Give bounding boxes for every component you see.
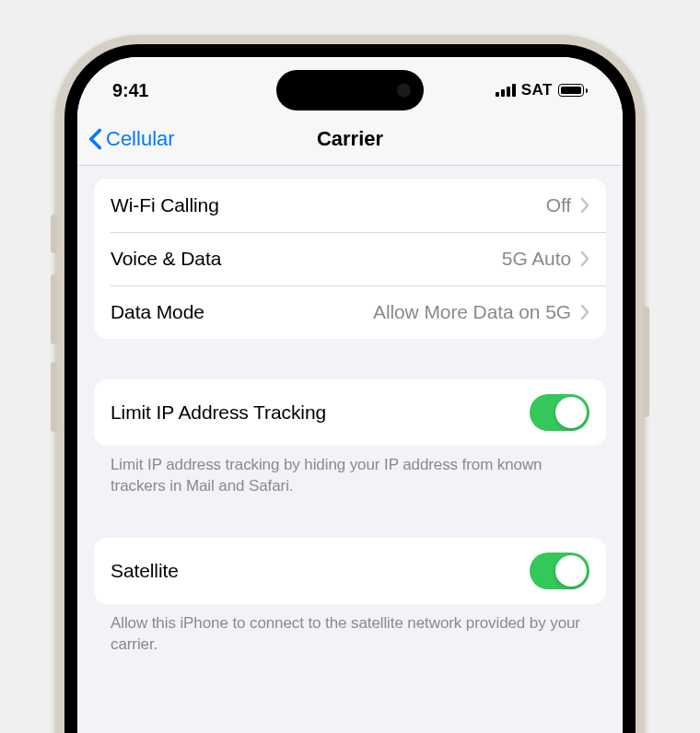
content: Wi-Fi Calling Off Voice & Data 5G Auto [77,179,623,656]
volume-up-button [51,274,57,344]
satellite-toggle[interactable] [530,553,589,589]
status-bar: 9:41 SAT [77,57,623,112]
screen: 9:41 SAT [77,57,623,733]
page-title: Carrier [317,127,383,151]
limit-ip-tracking-row: Limit IP Address Tracking [94,379,606,446]
settings-group-satellite: Satellite [94,538,606,604]
row-value: Allow More Data on 5G [373,301,571,323]
row-label: Voice & Data [111,248,502,270]
power-button [643,307,649,417]
chevron-right-icon [580,304,589,320]
chevron-left-icon [88,128,102,150]
data-mode-row[interactable]: Data Mode Allow More Data on 5G [94,285,606,339]
satellite-footer: Allow this iPhone to connect to the sate… [94,604,606,656]
limit-ip-footer: Limit IP address tracking by hiding your… [94,446,606,497]
row-value: Off [546,194,571,216]
row-label: Wi-Fi Calling [111,194,546,216]
chevron-right-icon [580,250,589,267]
network-type-label: SAT [521,81,553,99]
settings-group-cellular: Wi-Fi Calling Off Voice & Data 5G Auto [94,179,606,339]
back-button[interactable]: Cellular [88,127,175,151]
row-label: Limit IP Address Tracking [111,401,530,424]
toggle-knob [555,397,587,428]
chevron-right-icon [580,197,589,214]
phone-frame: 9:41 SAT [55,35,645,733]
cellular-signal-icon [496,84,516,97]
dynamic-island [276,70,424,111]
navigation-bar: Cellular Carrier [77,112,623,166]
toggle-knob [555,555,587,587]
row-value: 5G Auto [502,248,571,270]
status-right: SAT [459,81,588,99]
satellite-row: Satellite [94,538,606,604]
row-label: Data Mode [111,301,373,323]
voice-data-row[interactable]: Voice & Data 5G Auto [94,232,606,285]
row-label: Satellite [111,560,530,582]
volume-down-button [51,362,57,432]
status-time: 9:41 [112,80,223,101]
back-label: Cellular [106,127,175,151]
wifi-calling-row[interactable]: Wi-Fi Calling Off [94,179,606,232]
phone-bezel: 9:41 SAT [64,44,636,733]
side-button [51,215,57,253]
settings-group-ip: Limit IP Address Tracking [94,379,606,446]
battery-icon [558,84,588,97]
limit-ip-toggle[interactable] [530,394,589,431]
